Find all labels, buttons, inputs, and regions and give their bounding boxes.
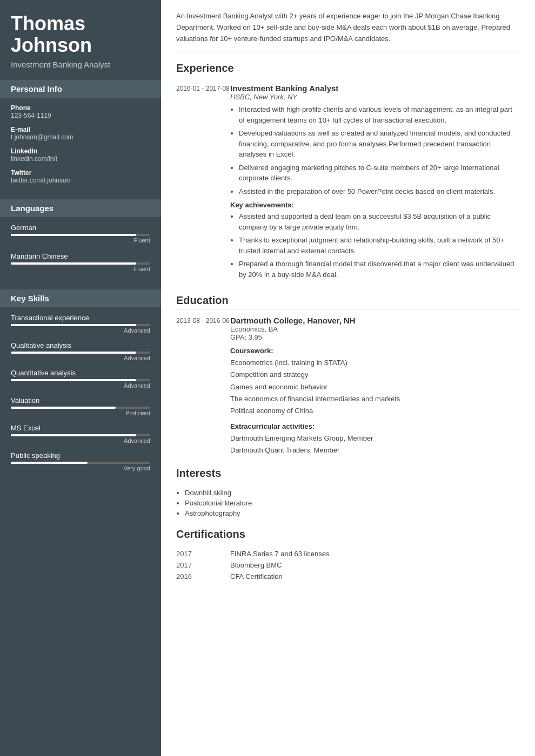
cert-year: 2017 — [176, 550, 230, 558]
phone-item: Phone 123-564-1119 — [11, 104, 150, 119]
skill-bar-fill — [11, 407, 116, 409]
extracurricular-item: Dartmouth Emerging Markets Group, Member — [230, 433, 520, 444]
coursework-label: Coursework: — [230, 347, 520, 355]
skill-bar-bg — [11, 434, 150, 436]
language-item: Mandarin Chinese Fluent — [11, 252, 150, 272]
extracurricular-item: Dartmouth Quant Traders, Member — [230, 444, 520, 456]
exp-bullets-list: Interacted with high-profile clients and… — [230, 104, 520, 197]
language-level: Fluent — [11, 266, 150, 272]
skill-bar-fill — [11, 352, 136, 354]
sidebar-header: Thomas Johnson Investment Banking Analys… — [0, 0, 161, 80]
edu-dates: 2013-08 - 2016-06 — [176, 316, 230, 456]
email-item: E-mail t.johnson@gmail.com — [11, 126, 150, 141]
interest-item: Astrophotography — [185, 509, 520, 517]
phone-label: Phone — [11, 104, 150, 112]
exp-key-bullet: Thanks to exceptional judgment and relat… — [239, 235, 520, 256]
language-name: Mandarin Chinese — [11, 252, 150, 260]
coursework-item: Political economy of China — [230, 405, 520, 417]
skill-item: MS Excel Advanced — [11, 424, 150, 444]
skill-bar-bg — [11, 407, 150, 409]
exp-bullet: Developed valuations as well as created … — [239, 128, 520, 160]
skill-level: Proficient — [11, 410, 150, 416]
interests-section: Interests Downhill skiingPostcolonial li… — [176, 467, 520, 517]
certification-entry: 2016 CFA Certification — [176, 572, 520, 580]
email-label: E-mail — [11, 126, 150, 133]
language-bar-bg — [11, 262, 150, 265]
twitter-value: twitter.com/t.johnson — [11, 177, 150, 184]
linkedin-value: linkedin.com/in/t — [11, 155, 150, 163]
education-entry: 2013-08 - 2016-06 Dartmouth College, Han… — [176, 316, 520, 456]
coursework-item: Competition and strategy — [230, 369, 520, 381]
summary-text: An Investment Banking Analyst with 2+ ye… — [176, 11, 520, 52]
certification-entry: 2017 Bloomberg BMC — [176, 561, 520, 569]
language-bar-bg — [11, 234, 150, 236]
languages-label: Languages — [0, 199, 161, 217]
personal-info-section: Phone 123-564-1119 E-mail t.johnson@gmai… — [0, 104, 161, 199]
skill-item: Quantitative analysis Advanced — [11, 369, 150, 389]
certifications-title: Certifications — [176, 528, 520, 543]
exp-key-bullet: Prepared a thorough financial model that… — [239, 259, 520, 280]
cert-name: FINRA Series 7 and 63 licenses — [230, 550, 330, 558]
skill-level: Advanced — [11, 327, 150, 334]
exp-key-bullets-list: Assisted and supported a deal team on a … — [230, 211, 520, 280]
skill-name: Transactional experience — [11, 314, 150, 322]
skill-name: MS Excel — [11, 424, 150, 432]
experience-entry: 2016-01 - 2017-08 Investment Banking Ana… — [176, 84, 520, 282]
skills-label: Key Skills — [0, 289, 161, 307]
skill-item: Qualitative analysis Advanced — [11, 341, 150, 361]
exp-company: HSBC, New York, NY — [230, 93, 520, 101]
edu-gpa: GPA: 3.95 — [230, 333, 520, 341]
certification-entry: 2017 FINRA Series 7 and 63 licenses — [176, 550, 520, 558]
skill-bar-bg — [11, 352, 150, 354]
coursework-item: Econometrics (incl. training in STATA) — [230, 357, 520, 369]
skill-bar-fill — [11, 324, 136, 326]
skill-item: Transactional experience Advanced — [11, 314, 150, 334]
skill-name: Quantitative analysis — [11, 369, 150, 377]
skill-bar-fill — [11, 462, 88, 464]
skill-level: Advanced — [11, 382, 150, 389]
skill-item: Valuation Proficient — [11, 396, 150, 416]
sidebar: Thomas Johnson Investment Banking Analys… — [0, 0, 161, 756]
extracurricular-label: Extracurricular activities: — [230, 422, 520, 430]
edu-content: Dartmouth College, Hanover, NH Economics… — [230, 316, 520, 456]
extracurricular-list: Dartmouth Emerging Markets Group, Member… — [230, 433, 520, 456]
edu-school: Dartmouth College, Hanover, NH — [230, 316, 520, 325]
interest-item: Downhill skiing — [185, 489, 520, 497]
language-bar-fill — [11, 234, 136, 236]
interests-list: Downhill skiingPostcolonial literatureAs… — [176, 489, 520, 517]
exp-bullet: Interacted with high-profile clients and… — [239, 104, 520, 125]
languages-section: German Fluent Mandarin Chinese Fluent — [0, 224, 161, 289]
skill-item: Public speaking Very good — [11, 451, 150, 471]
twitter-label: Twitter — [11, 169, 150, 177]
experience-title: Experience — [176, 62, 520, 77]
personal-info-label: Personal Info — [0, 80, 161, 98]
skill-name: Qualitative analysis — [11, 341, 150, 349]
linkedin-label: LinkedIn — [11, 147, 150, 155]
cert-name: Bloomberg BMC — [230, 561, 282, 569]
coursework-list: Econometrics (incl. training in STATA)Co… — [230, 357, 520, 416]
skill-level: Advanced — [11, 355, 150, 361]
cert-name: CFA Certification — [230, 572, 283, 580]
skill-bar-bg — [11, 462, 150, 464]
skill-bar-fill — [11, 379, 136, 381]
exp-key-label: Key achievements: — [230, 201, 520, 209]
skill-level: Very good — [11, 465, 150, 471]
exp-bullet: Assisted in the preparation of over 50 P… — [239, 186, 520, 197]
language-name: German — [11, 224, 150, 232]
interest-item: Postcolonial literature — [185, 499, 520, 507]
interests-title: Interests — [176, 467, 520, 482]
education-section: Education 2013-08 - 2016-06 Dartmouth Co… — [176, 294, 520, 456]
coursework-item: Games and economic behavior — [230, 381, 520, 393]
skill-bar-bg — [11, 324, 150, 326]
skill-level: Advanced — [11, 437, 150, 444]
exp-bullet: Delivered engaging marketing pitches to … — [239, 163, 520, 184]
exp-job-title: Investment Banking Analyst — [230, 84, 520, 93]
certifications-section: Certifications 2017 FINRA Series 7 and 6… — [176, 528, 520, 580]
email-value: t.johnson@gmail.com — [11, 133, 150, 141]
twitter-item: Twitter twitter.com/t.johnson — [11, 169, 150, 184]
phone-value: 123-564-1119 — [11, 112, 150, 119]
exp-dates: 2016-01 - 2017-08 — [176, 84, 230, 282]
coursework-item: The economics of financial intermediarie… — [230, 393, 520, 405]
cert-year: 2016 — [176, 572, 230, 580]
exp-content: Investment Banking Analyst HSBC, New Yor… — [230, 84, 520, 282]
